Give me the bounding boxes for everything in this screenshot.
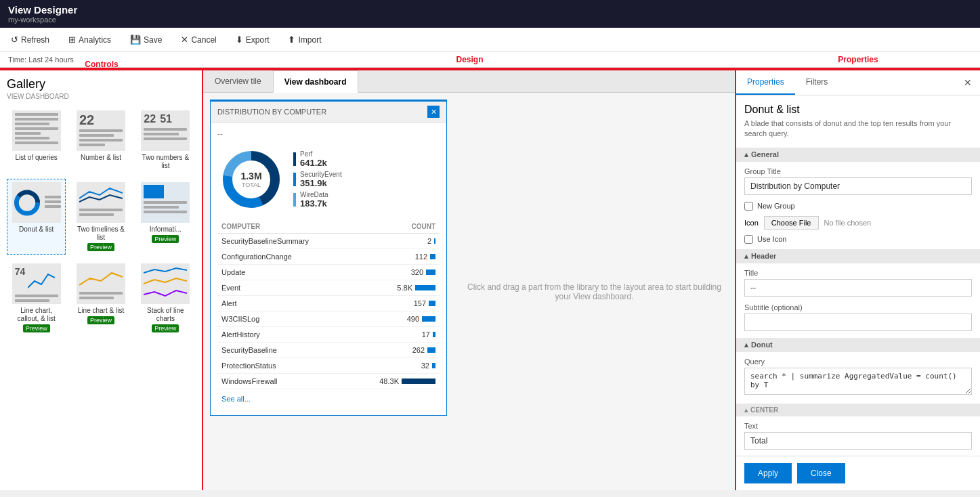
header-subtitle-label: Subtitle (optional) xyxy=(744,303,972,311)
center-text-input[interactable] xyxy=(744,432,972,450)
gallery-item-info[interactable]: Informati... Preview xyxy=(136,179,195,255)
properties-label: Properties xyxy=(736,52,980,67)
gallery-thumb-twonumber: 22 51 xyxy=(141,110,190,151)
tab-filters[interactable]: Filters xyxy=(795,70,839,95)
see-all-link[interactable]: See all... xyxy=(217,389,440,408)
table-cell-count: 490 xyxy=(350,311,440,327)
preview-badge-info: Preview xyxy=(152,235,179,243)
table-cell-name: Event xyxy=(217,280,350,296)
legend-perf: Perf 641.2k xyxy=(300,150,327,168)
design-tabs: Overview tile View dashboard xyxy=(203,70,735,93)
table-cell-count: 2 xyxy=(350,234,440,249)
table-row: AlertHistory 17 xyxy=(217,327,440,343)
tab-overview-tile[interactable]: Overview tile xyxy=(203,70,273,92)
tab-properties[interactable]: Properties xyxy=(736,70,795,95)
table-row: WindowsFirewall 48.3K xyxy=(217,374,440,389)
donut-chart: 1.3M TOTAL xyxy=(217,146,285,213)
viz-tile-header: DISTRIBUTION BY COMPUTER ✕ xyxy=(211,102,446,123)
preview-badge-stackchart: Preview xyxy=(152,324,179,332)
props-close-icon[interactable]: ✕ xyxy=(956,72,980,93)
tile-area: DISTRIBUTION BY COMPUTER ✕ -- xyxy=(203,93,454,490)
legend-bar-security xyxy=(293,173,296,186)
gallery-grid: List of queries 22 Number & list 22 xyxy=(7,107,195,336)
design-content: DISTRIBUTION BY COMPUTER ✕ -- xyxy=(203,93,735,490)
new-group-checkbox[interactable] xyxy=(744,202,753,211)
viz-close-button[interactable]: ✕ xyxy=(427,106,440,118)
legend-item-perf: Perf 641.2k xyxy=(293,150,342,168)
gallery-item-label-info: Informati... xyxy=(150,225,182,234)
header-title-label: Title xyxy=(744,269,972,277)
choose-file-button[interactable]: Choose File xyxy=(764,216,819,230)
group-title-label: Group Title xyxy=(744,167,972,175)
preview-badge-linechart2: Preview xyxy=(87,316,114,324)
design-label: Design xyxy=(203,52,736,67)
donut-section: 1.3M TOTAL Perf 641.2k xyxy=(217,146,440,213)
export-button[interactable]: ⬇ Export xyxy=(233,33,272,46)
header-subtitle-input[interactable] xyxy=(744,314,972,331)
gallery-item-donut[interactable]: Donut & list xyxy=(7,179,66,255)
import-button[interactable]: ⬆ Import xyxy=(285,33,324,46)
gallery-item-number[interactable]: 22 Number & list xyxy=(71,107,130,173)
table-row: ConfigurationChange 112 xyxy=(217,249,440,265)
donut-query-input[interactable]: search * | summarize AggregatedValue = c… xyxy=(744,368,972,395)
gallery-thumb-donut xyxy=(12,182,61,223)
legend-item-security: SecurityEvent 351.9k xyxy=(293,171,342,188)
table-cell-count: 112 xyxy=(350,249,440,265)
col-computer: COMPUTER xyxy=(217,220,350,234)
save-icon: 💾 xyxy=(130,35,141,45)
table-row: Alert 157 xyxy=(217,296,440,311)
gallery-item-twonumber[interactable]: 22 51 Two numbers & list xyxy=(136,107,195,173)
table-row: ProtectionStatus 32 xyxy=(217,358,440,374)
close-button[interactable]: Close xyxy=(797,463,845,483)
gallery-item-timeline[interactable]: Two timelines & list Preview xyxy=(71,179,130,255)
legend-bar-wiredata xyxy=(293,193,296,207)
toolbar: ↺ Refresh ⊞ Analytics 💾 Save ✕ Cancel ⬇ … xyxy=(0,28,980,52)
preview-badge-linechart: Preview xyxy=(23,324,50,332)
tab-view-dashboard[interactable]: View dashboard xyxy=(273,70,358,93)
gallery-panel: Gallery VIEW DASHBOARD List of queries xyxy=(0,69,203,490)
center-text-field: Text xyxy=(744,422,972,450)
col-count: COUNT xyxy=(350,220,440,234)
gallery-item-linechart2[interactable]: Line chart & list Preview xyxy=(71,260,130,336)
props-group-header: ▴ Header xyxy=(736,249,980,263)
design-panel: Overview tile View dashboard DISTRIBUTIO… xyxy=(203,69,736,490)
apply-button[interactable]: Apply xyxy=(744,463,792,483)
donut-query-label: Query xyxy=(744,358,972,366)
gallery-title: Gallery xyxy=(7,77,195,91)
gallery-item-label-linechart: Line chart, callout, & list xyxy=(10,307,62,323)
center-text-label: Text xyxy=(744,422,972,430)
table-row: SecurityBaselineSummary 2 xyxy=(217,234,440,249)
gallery-item-label-donut: Donut & list xyxy=(19,225,54,234)
top-bar: View Designer my-workspace xyxy=(0,0,980,28)
header-title-input[interactable] xyxy=(744,279,972,297)
table-cell-count: 17 xyxy=(350,327,440,343)
import-icon: ⬆ xyxy=(288,35,295,45)
gallery-item-list[interactable]: List of queries xyxy=(7,107,66,173)
no-file-text: No file chosen xyxy=(824,219,872,227)
preview-badge-timeline: Preview xyxy=(87,243,114,251)
gallery-thumb-info xyxy=(141,182,190,223)
gallery-item-label-twonumber: Two numbers & list xyxy=(140,154,192,170)
props-header: Properties Filters ✕ xyxy=(736,70,980,95)
app-title: View Designer xyxy=(8,4,972,16)
use-icon-checkbox[interactable] xyxy=(744,235,753,244)
icon-row: Icon Choose File No file chosen xyxy=(744,216,972,230)
cancel-button[interactable]: ✕ Cancel xyxy=(178,33,219,46)
gallery-item-linechart[interactable]: 74 Line chart, callout, & list Preview xyxy=(7,260,66,336)
use-icon-label: Use Icon xyxy=(757,235,786,243)
table-row: Update 320 xyxy=(217,265,440,280)
gallery-item-stackchart[interactable]: Stack of line charts Preview xyxy=(136,260,195,336)
gallery-item-label-stackchart: Stack of line charts xyxy=(140,307,192,323)
donut-legend: Perf 641.2k SecurityEvent 351.9k xyxy=(293,150,342,209)
refresh-icon: ↺ xyxy=(11,35,18,45)
refresh-button[interactable]: ↺ Refresh xyxy=(8,33,52,46)
legend-item-wiredata: WireData 183.7k xyxy=(293,191,342,209)
center-collapse-icon: ▴ xyxy=(744,406,748,414)
properties-panel: Properties Filters ✕ Donut & list A blad… xyxy=(736,69,980,490)
props-description: A blade that consists of donut and the t… xyxy=(744,118,972,139)
group-title-input[interactable] xyxy=(744,177,972,195)
header-title-field: Title xyxy=(744,269,972,297)
save-button[interactable]: 💾 Save xyxy=(127,33,165,46)
table-cell-name: WindowsFirewall xyxy=(217,374,350,389)
analytics-button[interactable]: ⊞ Analytics xyxy=(66,33,114,46)
